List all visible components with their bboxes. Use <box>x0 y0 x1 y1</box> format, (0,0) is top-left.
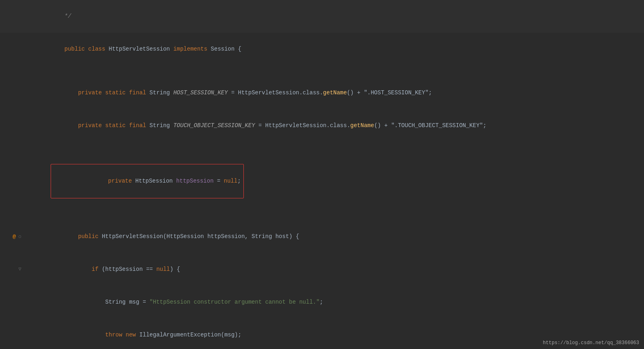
gutter-9: @ ◯ <box>0 231 26 242</box>
at-sign-icon: @ <box>13 231 16 242</box>
code-content-5: private static final String TOUCH_OBJECT… <box>26 109 644 142</box>
url-bar: https://blog.csdn.net/qq_38366063 <box>543 340 639 346</box>
throw-keyword-1: throw <box>105 332 122 338</box>
code-token <box>102 89 105 96</box>
code-token: null <box>156 266 170 272</box>
code-token: () + ".HOST_SESSION_KEY"; <box>347 89 432 96</box>
code-token <box>51 89 78 96</box>
code-token: IllegalArgumentException(msg); <box>136 332 241 338</box>
code-token: private <box>78 89 102 96</box>
code-token <box>51 122 78 129</box>
code-token: ; <box>237 178 241 184</box>
code-token: HttpServletSession(HttpSession httpSessi… <box>98 233 299 240</box>
code-token: private <box>108 178 132 184</box>
code-token: Session { <box>207 46 241 52</box>
code-token: "HttpSession constructor argument cannot… <box>149 299 320 305</box>
code-token: String msg = <box>51 299 149 305</box>
code-token: getName <box>350 122 374 129</box>
code-token: String <box>146 89 173 96</box>
code-line-3 <box>0 66 644 77</box>
code-token <box>122 332 126 338</box>
code-content-6 <box>26 142 644 153</box>
code-token: */ <box>51 13 71 19</box>
code-token: = HttpServletSession.class. <box>255 122 350 129</box>
gutter-fold-9: ◯ <box>17 231 23 242</box>
code-token <box>126 122 129 129</box>
code-token: String <box>146 122 173 129</box>
code-line-5: private static final String TOUCH_OBJECT… <box>0 109 644 142</box>
code-token: = <box>213 178 224 184</box>
url-text: https://blog.csdn.net/qq_38366063 <box>543 340 639 346</box>
code-token <box>51 233 78 240</box>
code-content-10: if (httpSession == null) { <box>26 253 644 286</box>
code-content-8 <box>26 209 644 220</box>
code-token: final <box>129 89 146 96</box>
code-token: implements <box>173 46 207 52</box>
code-token: = HttpServletSession.class. <box>228 89 323 96</box>
code-token: ) { <box>170 266 180 272</box>
code-content-7: private HttpSession httpSession = null; <box>26 153 644 209</box>
code-content-4: private static final String HOST_SESSION… <box>26 77 644 109</box>
code-token: HttpServletSession <box>105 46 173 52</box>
code-token <box>126 89 129 96</box>
code-line-2: public class HttpServletSession implemen… <box>0 33 644 66</box>
code-token <box>102 122 105 129</box>
code-token: httpSession <box>176 178 213 184</box>
code-token: final <box>129 122 146 129</box>
code-token: () + ".TOUCH_OBJECT_SESSION_KEY"; <box>374 122 486 129</box>
code-token <box>85 46 88 52</box>
code-token: private <box>78 122 102 129</box>
code-token: static <box>105 89 126 96</box>
code-content-2: public class HttpServletSession implemen… <box>26 33 644 66</box>
code-token: new <box>126 332 136 338</box>
code-token: static <box>105 122 126 129</box>
code-token <box>81 178 108 184</box>
code-content-3 <box>26 66 644 77</box>
code-line-9: @ ◯ public HttpServletSession(HttpSessio… <box>0 220 644 253</box>
code-line-1: */ <box>0 0 644 33</box>
code-token: public <box>78 233 98 240</box>
code-editor: */ public class HttpServletSession imple… <box>0 0 644 349</box>
code-token: null <box>224 178 238 184</box>
code-content-9: public HttpServletSession(HttpSession ht… <box>26 220 644 253</box>
code-token: ; <box>320 299 323 305</box>
code-token: public <box>64 46 85 52</box>
code-token: class <box>88 46 105 52</box>
code-content-11: String msg = "HttpSession constructor ar… <box>26 286 644 319</box>
code-line-11: String msg = "HttpSession constructor ar… <box>0 286 644 319</box>
code-line-7: private HttpSession httpSession = null; <box>0 153 644 209</box>
code-token: (httpSession == <box>98 266 156 272</box>
gutter-fold-10: ▽ <box>17 264 23 275</box>
code-token: TOUCH_OBJECT_SESSION_KEY <box>173 122 255 129</box>
gutter-10: ▽ <box>0 264 26 275</box>
code-token: HttpSession <box>132 178 176 184</box>
code-token <box>51 266 92 272</box>
code-line-8 <box>0 209 644 220</box>
code-line-6 <box>0 142 644 153</box>
code-content-1: */ <box>26 0 644 33</box>
code-line-4: private static final String HOST_SESSION… <box>0 77 644 109</box>
code-token: getName <box>323 89 347 96</box>
code-token: HOST_SESSION_KEY <box>173 89 228 96</box>
code-line-10: ▽ if (httpSession == null) { <box>0 253 644 286</box>
code-token <box>51 332 105 338</box>
code-token: if <box>92 266 98 272</box>
code-token <box>51 46 64 52</box>
